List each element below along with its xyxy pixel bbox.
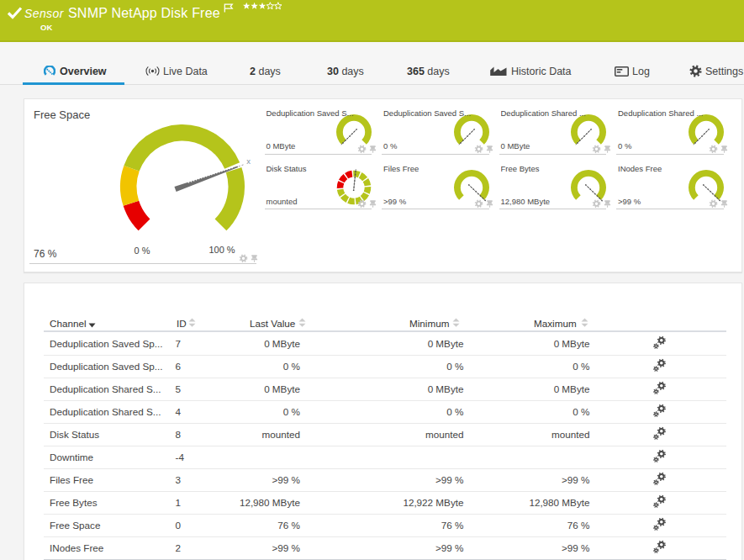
svg-text:x: x <box>246 156 251 166</box>
